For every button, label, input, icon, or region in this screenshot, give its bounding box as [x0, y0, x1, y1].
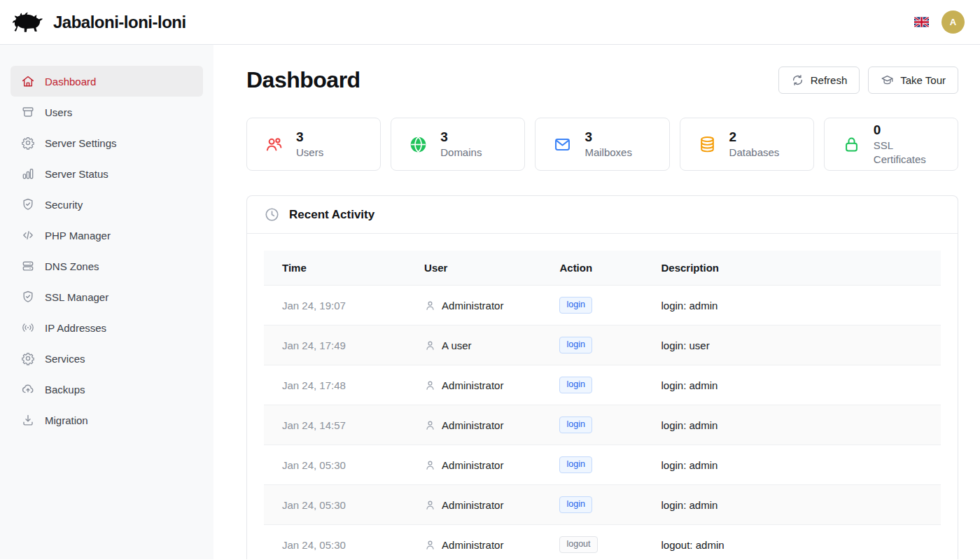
sidebar-item-icon	[21, 105, 35, 119]
sidebar-item-label: Server Settings	[45, 137, 117, 149]
person-icon	[424, 419, 436, 431]
activity-time: Jan 24, 05:30	[264, 445, 406, 485]
person-icon	[424, 340, 436, 351]
refresh-icon	[791, 74, 804, 87]
sidebar-item-label: Backups	[45, 384, 85, 396]
column-header-time: Time	[264, 251, 406, 286]
activity-user: Administrator	[424, 499, 523, 511]
sidebar-item[interactable]: Security	[10, 189, 203, 220]
sidebar-item-label: SSL Manager	[45, 291, 108, 303]
stat-card[interactable]: 3 Mailboxes	[535, 118, 669, 171]
sidebar-item[interactable]: Server Status	[10, 158, 203, 189]
activity-time: Jan 24, 14:57	[264, 405, 406, 445]
take-tour-button[interactable]: Take Tour	[868, 66, 958, 94]
sidebar-item[interactable]: IP Addresses	[10, 312, 203, 343]
stat-label: Mailboxes	[584, 146, 632, 160]
activity-row: Jan 24, 14:57 Administrator login login:…	[264, 405, 941, 445]
activity-time: Jan 24, 17:49	[264, 326, 406, 365]
stat-value: 3	[440, 129, 482, 146]
activity-time: Jan 24, 17:48	[264, 365, 406, 405]
sidebar-item-label: Services	[45, 353, 85, 365]
stat-value: 3	[296, 129, 323, 146]
action-badge: login	[559, 496, 592, 513]
activity-description: logout: admin	[643, 525, 941, 560]
activity-row: Jan 24, 05:30 Administrator logout logou…	[264, 525, 941, 560]
activity-user: Administrator	[424, 459, 523, 471]
person-icon	[424, 300, 436, 312]
stat-icon	[265, 135, 284, 154]
stat-cards: 3 Users 3 Domains 3 Mailboxes	[246, 118, 958, 171]
action-badge: login	[559, 456, 592, 473]
sidebar-item[interactable]: Server Settings	[10, 127, 203, 158]
sidebar-item-label: DNS Zones	[45, 260, 99, 272]
refresh-button[interactable]: Refresh	[778, 66, 860, 94]
uk-flag-language-icon[interactable]	[914, 17, 929, 27]
sidebar-item-icon	[21, 351, 35, 365]
sidebar-item[interactable]: DNS Zones	[10, 251, 203, 281]
user-avatar[interactable]: A	[941, 10, 965, 34]
activity-row: Jan 24, 17:48 Administrator login login:…	[264, 365, 941, 405]
action-badge: login	[559, 377, 592, 393]
sidebar-item[interactable]: Backups	[10, 374, 203, 405]
recent-activity-title: Recent Activity	[289, 208, 374, 222]
stat-card[interactable]: 3 Domains	[391, 118, 525, 171]
action-badge: logout	[559, 536, 597, 553]
sidebar-item[interactable]: Services	[10, 343, 203, 374]
action-badge: login	[559, 416, 592, 433]
activity-user: A user	[424, 340, 523, 351]
stat-label: SSL Certificates	[874, 139, 948, 167]
sidebar-item[interactable]: PHP Manager	[10, 220, 203, 251]
person-icon	[424, 539, 436, 551]
activity-description: login: admin	[643, 405, 941, 445]
sidebar-item-label: Security	[45, 199, 83, 211]
column-header-description: Description	[643, 251, 941, 286]
stat-card[interactable]: 2 Databases	[680, 118, 814, 171]
action-badge: login	[559, 297, 592, 314]
brand-home-link[interactable]: Jabaloni-loni-loni	[11, 9, 186, 36]
recent-activity-card: Recent Activity Time User Action Descrip…	[246, 195, 958, 559]
topbar-actions: A	[914, 10, 969, 34]
column-header-action: Action	[541, 251, 643, 286]
activity-time: Jan 24, 05:30	[264, 525, 406, 560]
activity-row: Jan 24, 05:30 Administrator login login:…	[264, 445, 941, 485]
sidebar-item[interactable]: Users	[10, 97, 203, 127]
stat-icon	[409, 135, 428, 154]
sidebar-item-label: Server Status	[45, 168, 108, 180]
sidebar-item[interactable]: Migration	[10, 405, 203, 435]
person-icon	[424, 379, 436, 391]
activity-user: Administrator	[424, 419, 523, 431]
activity-description: login: admin	[643, 485, 941, 525]
activity-description: login: admin	[643, 365, 941, 405]
sidebar-item-icon	[21, 136, 35, 150]
toolbar: Refresh Take Tour	[778, 66, 958, 94]
graduation-cap-icon	[881, 74, 894, 87]
sidebar-item-icon	[21, 290, 35, 304]
sidebar-item-icon	[21, 321, 35, 335]
sidebar-item[interactable]: SSL Manager	[10, 281, 203, 312]
person-icon	[424, 499, 436, 511]
stat-value: 3	[584, 129, 632, 146]
activity-row: Jan 24, 19:07 Administrator login login:…	[264, 286, 941, 326]
stat-value: 2	[729, 129, 780, 146]
stat-label: Users	[296, 146, 323, 160]
clock-icon	[264, 206, 280, 223]
sidebar-item[interactable]: Dashboard	[10, 66, 203, 97]
activity-time: Jan 24, 05:30	[264, 485, 406, 525]
sidebar-item-icon	[21, 413, 35, 427]
stat-card[interactable]: 3 Users	[246, 118, 381, 171]
sidebar-item-label: IP Addresses	[45, 322, 106, 334]
person-icon	[424, 459, 436, 471]
sidebar-item-icon	[21, 197, 35, 211]
sidebar-item-label: Migration	[45, 414, 88, 426]
sidebar-item-label: Dashboard	[45, 76, 96, 88]
sidebar-item-icon	[21, 167, 35, 181]
boar-logo-icon	[11, 9, 45, 36]
sidebar-item-icon	[21, 259, 35, 273]
main-content: Dashboard Refresh Take Tour 3 Users	[214, 45, 980, 559]
app-title: Jabaloni-loni-loni	[53, 13, 186, 32]
stat-label: Databases	[729, 146, 780, 160]
stat-card[interactable]: 0 SSL Certificates	[824, 118, 958, 171]
sidebar-item-icon	[21, 382, 35, 396]
activity-user: Administrator	[424, 539, 523, 551]
stat-icon	[698, 135, 717, 154]
